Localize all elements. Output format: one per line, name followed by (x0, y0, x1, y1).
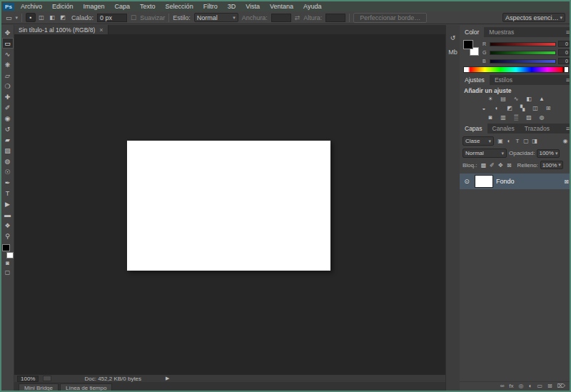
green-slider[interactable] (490, 51, 556, 55)
lock-all-icon[interactable]: ⊠ (505, 161, 513, 169)
filter-type-layers-icon[interactable]: T (513, 137, 522, 145)
screen-mode-button[interactable]: ▢ (2, 268, 14, 277)
swap-dimensions-icon[interactable]: ⇄ (295, 14, 300, 21)
refine-edge-button[interactable]: Perfeccionar borde… (353, 13, 427, 23)
red-slider[interactable] (490, 42, 556, 46)
gradient-tool[interactable]: ▨ (2, 145, 14, 156)
hue-saturation-icon[interactable]: ◒ (480, 104, 489, 112)
status-expander-icon[interactable]: ▶ (166, 376, 169, 381)
shape-tool[interactable]: ▬ (2, 209, 14, 220)
panel-menu-icon[interactable]: ≡ (566, 29, 571, 36)
threshold-icon[interactable]: ▒ (512, 114, 521, 121)
menu-item[interactable]: Texto (135, 3, 161, 10)
lock-position-icon[interactable]: ✥ (496, 161, 505, 169)
panel-tab[interactable]: Estilos (490, 75, 517, 85)
layer-effects-icon[interactable]: fx (509, 383, 513, 389)
style-dropdown[interactable]: Normal ▾ (194, 13, 238, 22)
visibility-eye-icon[interactable]: ⊙ (462, 178, 472, 185)
menu-item[interactable]: Vista (241, 3, 265, 10)
link-layers-icon[interactable]: ∞ (500, 383, 505, 389)
blue-slider[interactable] (490, 59, 556, 64)
red-value[interactable]: 0 (558, 41, 570, 47)
panel-tab[interactable]: Capas (460, 124, 487, 134)
panel-menu-icon[interactable]: ≡ (566, 125, 571, 132)
menu-item[interactable]: 3D (223, 3, 241, 10)
panel-tab[interactable]: Canales (487, 124, 520, 134)
layer-mask-icon[interactable]: ◎ (519, 383, 524, 389)
menu-item[interactable]: Filtro (198, 3, 223, 10)
invert-icon[interactable]: ◙ (486, 114, 495, 121)
filter-shape-layers-icon[interactable]: ▢ (522, 137, 530, 145)
pen-tool[interactable]: ✒ (2, 177, 14, 188)
layer-name[interactable]: Fondo (496, 178, 561, 185)
add-to-selection-icon[interactable]: ◫ (36, 13, 46, 22)
blur-tool[interactable]: ◍ (2, 156, 14, 166)
antialias-checkbox[interactable]: ☐ (131, 14, 136, 21)
history-brush-tool[interactable]: ↺ (2, 124, 14, 134)
canvas-area[interactable] (14, 34, 445, 375)
filter-toggle-icon[interactable]: ◉ (561, 137, 570, 145)
quick-selection-tool[interactable]: ❋ (2, 59, 14, 70)
filter-kind-dropdown[interactable]: Clase ▾ (463, 136, 494, 146)
menu-item[interactable]: Capa (110, 3, 136, 10)
document-tab[interactable]: Sin título-1 al 100% (RGB/8) × (14, 25, 108, 34)
delete-layer-icon[interactable]: ⌦ (557, 383, 565, 389)
intersect-selection-icon[interactable]: ◩ (58, 13, 68, 22)
panel-tab[interactable]: Color (460, 27, 484, 37)
document-canvas[interactable] (127, 141, 330, 271)
photo-filter-icon[interactable]: ▚ (518, 104, 527, 112)
healing-brush-tool[interactable]: ✚ (2, 91, 14, 102)
menu-item[interactable]: Edición (47, 3, 79, 10)
dodge-tool[interactable]: ☉ (2, 166, 14, 177)
layer-thumbnail[interactable] (475, 175, 493, 188)
blend-mode-dropdown[interactable]: Normal ▾ (463, 149, 507, 158)
vibrance-icon[interactable]: ▲ (537, 95, 547, 103)
feather-input[interactable]: 0 px (97, 14, 127, 22)
panel-tab[interactable]: Trazados (520, 124, 555, 134)
green-value[interactable]: 0 (558, 49, 570, 56)
eraser-tool[interactable]: ▰ (2, 134, 14, 145)
fill-field[interactable]: 100% ▾ (540, 161, 563, 169)
menu-item[interactable]: Ventana (265, 3, 298, 10)
curves-icon[interactable]: ∿ (512, 95, 521, 103)
width-input[interactable] (271, 14, 291, 22)
color-spectrum-ramp[interactable] (463, 66, 569, 73)
bottom-tab[interactable]: Línea de tiempo (60, 383, 112, 392)
opacity-field[interactable]: 100% ▾ (537, 149, 560, 158)
exposure-icon[interactable]: ◧ (525, 95, 534, 103)
quick-mask-button[interactable]: ◙ (2, 258, 14, 268)
menu-item[interactable]: Selección (161, 3, 198, 10)
clone-stamp-tool[interactable]: ◉ (2, 113, 14, 124)
color-lookup-icon[interactable]: ⊞ (544, 104, 553, 112)
subtract-from-selection-icon[interactable]: ◧ (47, 13, 57, 22)
filter-smart-objects-icon[interactable]: ◨ (530, 137, 539, 145)
white-color-chip[interactable] (564, 66, 569, 73)
zoom-level-field[interactable]: 100% (17, 376, 39, 382)
menu-item[interactable]: Ayuda (298, 3, 326, 10)
tool-preset-caret-icon[interactable]: ▾ (16, 15, 19, 21)
type-tool[interactable]: T (2, 188, 14, 198)
lock-image-icon[interactable]: ✐ (487, 161, 496, 169)
workspace-switcher[interactable]: Aspectos esenciales ▾ (502, 13, 565, 22)
status-options-button[interactable] (43, 376, 51, 381)
new-group-icon[interactable]: ▭ (537, 383, 542, 389)
panel-menu-icon[interactable]: ≡ (566, 76, 571, 84)
rectangular-marquee-tool[interactable]: ▭ (2, 38, 14, 49)
color-balance-icon[interactable]: ◐ (492, 104, 502, 112)
menu-item[interactable]: Imagen (79, 3, 110, 10)
close-icon[interactable]: × (99, 26, 103, 34)
bottom-tab[interactable]: Mini Bridge (19, 383, 59, 392)
new-adjustment-layer-icon[interactable]: ◐ (529, 383, 532, 389)
menu-item[interactable]: Archivo (16, 3, 47, 10)
brush-tool[interactable]: ✐ (2, 102, 14, 113)
path-selection-tool[interactable]: ▶ (2, 198, 14, 209)
layer-row[interactable]: ⊙ Fondo ⊠ (460, 174, 571, 189)
hand-tool[interactable]: ❖ (2, 220, 14, 231)
mini-bridge-panel-icon[interactable]: Mb (448, 46, 459, 58)
new-selection-icon[interactable]: ▪ (26, 13, 36, 22)
lasso-tool[interactable]: ∿ (2, 49, 14, 59)
brightness-contrast-icon[interactable]: ☀ (486, 95, 495, 103)
new-layer-icon[interactable]: ⊞ (547, 383, 552, 389)
selective-color-icon[interactable]: ◍ (537, 114, 547, 121)
blue-value[interactable]: 0 (558, 58, 570, 64)
